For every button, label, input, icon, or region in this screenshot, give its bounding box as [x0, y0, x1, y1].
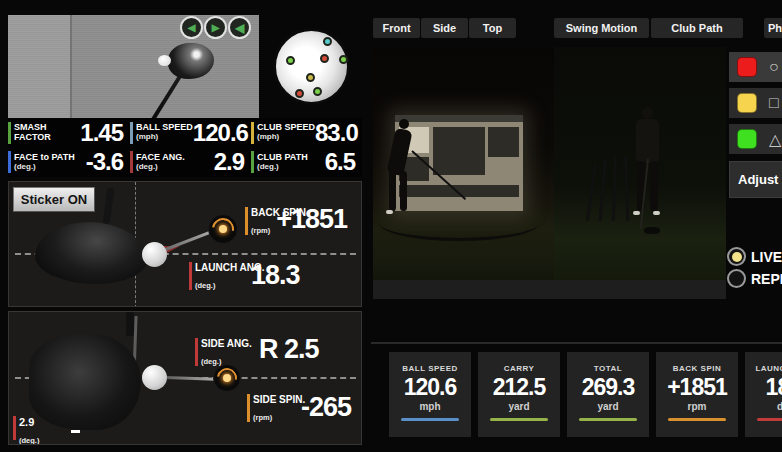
ball-marker-dot: [295, 89, 304, 98]
step-backward-button[interactable]: ◀: [180, 16, 203, 39]
trace-marker-row-green[interactable]: △: [729, 124, 782, 154]
step-forward-button[interactable]: ▶: [204, 16, 227, 39]
ball-marker-dot: [286, 56, 295, 65]
club-shaft-graphic: [126, 312, 134, 336]
adjust-button-label: Adjust: [738, 172, 778, 187]
back-spin-unit: (rpm): [251, 226, 270, 235]
radio-unselected-icon[interactable]: [727, 269, 746, 288]
stat-unit: (deg.): [14, 163, 75, 172]
sticker-toggle-button[interactable]: Sticker ON: [13, 187, 95, 212]
card-unit: mph: [389, 401, 471, 412]
top-view-panel: SIDE ANG.(deg.) R 2.5 SIDE SPIN.(rpm) -2…: [8, 311, 362, 445]
stat-unit: (mph): [136, 133, 193, 142]
launch-angle-value: 18.3: [251, 260, 300, 291]
video-feed-front-view: [554, 47, 726, 299]
stat-face-to-path: FACE to PATH(deg.) -3.6: [8, 148, 130, 178]
card-value: 18.3: [745, 374, 782, 401]
side-spin-color-bar: [247, 394, 250, 422]
card-value: +1851: [656, 374, 738, 401]
triangle-shape-icon: △: [769, 124, 782, 154]
side-spin-unit: (rpm): [253, 413, 272, 422]
ball-marker-dot: [320, 54, 329, 63]
result-card-launch-angle: LAUNCH ANG. 18.3 deg: [745, 352, 782, 437]
tab-swing-motion[interactable]: Swing Motion: [554, 18, 649, 38]
launch-monitor-app: ◀ ▶ ◀ SMASHFACTOR 1.45 BALL SPEED(mph) 1…: [0, 0, 782, 452]
impact-stats-panel: SMASHFACTOR 1.45 BALL SPEED(mph) 120.6 C…: [8, 118, 362, 177]
green-color-swatch[interactable]: [737, 129, 757, 149]
adjust-button[interactable]: Adjust: [729, 161, 782, 198]
club-hosel-graphic: [103, 188, 115, 225]
side-angle-label-block: SIDE ANG.(deg.): [195, 338, 252, 368]
radio-dot: [732, 252, 742, 262]
tab-label: Top: [483, 22, 502, 34]
stat-ball-speed: BALL SPEED(mph) 120.6: [130, 118, 251, 148]
player-silhouette: [650, 161, 658, 211]
side-spin-indicator-icon: [213, 364, 241, 392]
stat-label: FACE to PATH: [14, 152, 75, 162]
projection-screen: [395, 115, 523, 211]
tab-label: Side: [433, 22, 456, 34]
player-silhouette: [399, 119, 409, 129]
face-angle-value: 2.9: [19, 416, 39, 429]
stat-unit: (deg.): [257, 163, 308, 172]
mode-option-live[interactable]: LIVE: [727, 246, 782, 267]
tab-club-path[interactable]: Club Path: [651, 18, 743, 38]
stat-value: 83.0: [315, 119, 362, 147]
tab-label: Club Path: [671, 22, 722, 34]
back-spin-value: +1851: [276, 204, 347, 235]
card-unit: rpm: [656, 401, 738, 412]
tab-side[interactable]: Side: [421, 18, 468, 38]
step-forward-icon: ▶: [212, 22, 220, 33]
side-spin-value: -265: [301, 392, 351, 423]
stat-unit: (deg.): [136, 163, 185, 172]
side-angle-value: R 2.5: [259, 334, 319, 365]
play-reverse-button[interactable]: ◀: [228, 16, 251, 39]
launch-angle-unit: (deg.): [195, 281, 215, 290]
stat-color-bar: [8, 122, 11, 144]
club-rack-club: [586, 163, 597, 221]
card-color-bar: [401, 418, 459, 421]
back-spin-color-bar: [245, 207, 248, 235]
mode-label: LIVE: [751, 249, 782, 265]
tab-label: Swing Motion: [566, 22, 637, 34]
result-card-back-spin: BACK SPIN +1851 rpm: [656, 352, 738, 437]
club-rack-club: [612, 157, 617, 221]
tab-top[interactable]: Top: [469, 18, 516, 38]
alignment-tick: [71, 430, 80, 433]
mode-option-replay[interactable]: REPLAY: [727, 268, 782, 289]
swing-video-area: [373, 47, 726, 299]
impact-camera-view: ◀ ▶ ◀: [8, 15, 259, 118]
swing-arc-mark: [379, 205, 539, 241]
side-angle-color-bar: [195, 338, 198, 366]
card-value: 120.6: [389, 374, 471, 401]
card-label: BALL SPEED: [389, 364, 471, 373]
launch-angle-color-bar: [189, 262, 192, 290]
driver-top-silhouette: [29, 334, 141, 430]
stat-color-bar: [251, 151, 254, 173]
stat-value: 120.6: [193, 119, 251, 147]
result-card-carry: CARRY 212.5 yard: [478, 352, 560, 437]
player-silhouette: [389, 171, 396, 211]
trace-marker-row-yellow[interactable]: □: [729, 88, 782, 118]
stat-value: 2.9: [185, 148, 251, 176]
ball-marker-dot: [339, 55, 348, 64]
tab-physics[interactable]: Physics: [764, 18, 782, 38]
player-shoe: [653, 211, 660, 215]
face-angle-color-bar: [13, 416, 16, 440]
stat-label: CLUB PATH: [257, 152, 308, 162]
stat-face-angle: FACE ANG.(deg.) 2.9: [130, 148, 251, 178]
card-color-bar: [490, 418, 548, 421]
trace-marker-row-red[interactable]: ○: [729, 52, 782, 82]
stat-value: 6.5: [308, 148, 362, 176]
red-color-swatch[interactable]: [737, 57, 757, 77]
radio-selected-icon[interactable]: [727, 247, 746, 266]
tab-front[interactable]: Front: [373, 18, 420, 38]
stat-club-path: CLUB PATH(deg.) 6.5: [251, 148, 362, 178]
screen-panel: [433, 127, 485, 175]
stat-smash-factor: SMASHFACTOR 1.45: [8, 118, 130, 148]
mode-label: REPLAY: [751, 271, 782, 287]
result-card-total: TOTAL 269.3 yard: [567, 352, 649, 437]
yellow-color-swatch[interactable]: [737, 93, 757, 113]
video-feed-side-view: [373, 47, 554, 299]
launch-view-panel: BACK SPIN(rpm) +1851 LAUNCH ANG.(deg.) 1…: [8, 181, 362, 307]
